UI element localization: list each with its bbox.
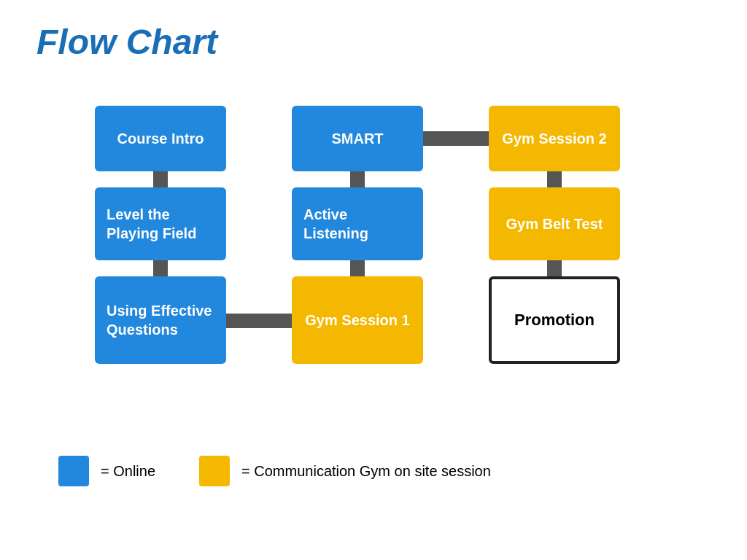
box-using-effective-questions: Using Effective Questions: [95, 276, 226, 364]
box-promotion: Promotion: [489, 276, 620, 364]
connector-h-row3: [226, 314, 292, 328]
legend-online: = Online: [58, 456, 155, 486]
connector-v-col1-1: [153, 171, 168, 187]
legend-gym-label: = Communication Gym on site session: [241, 463, 491, 480]
connector-v-col1-2: [153, 260, 168, 276]
connector-v-col2-1: [350, 171, 365, 187]
legend: = Online = Communication Gym on site ses…: [58, 456, 711, 486]
legend-blue-box: [58, 456, 89, 486]
page-container: Flow Chart Course Intro Level the Playin…: [0, 0, 747, 560]
box-course-intro: Course Intro: [95, 106, 226, 171]
connector-v-col3-2: [547, 260, 562, 276]
legend-online-label: = Online: [101, 463, 155, 480]
connector-v-col3-1: [547, 171, 562, 187]
connector-h-row1: [423, 131, 489, 146]
box-gym-session-2: Gym Session 2: [489, 106, 620, 171]
connector-v-col2-2: [350, 260, 365, 276]
box-smart: SMART: [292, 106, 423, 171]
legend-yellow-box: [199, 456, 230, 486]
legend-gym: = Communication Gym on site session: [199, 456, 491, 486]
box-level-playing-field: Level the Playing Field: [95, 187, 226, 260]
box-active-listening: Active Listening: [292, 187, 423, 260]
box-gym-session-1: Gym Session 1: [292, 276, 423, 364]
box-gym-belt-test: Gym Belt Test: [489, 187, 620, 260]
page-title: Flow Chart: [36, 22, 711, 62]
